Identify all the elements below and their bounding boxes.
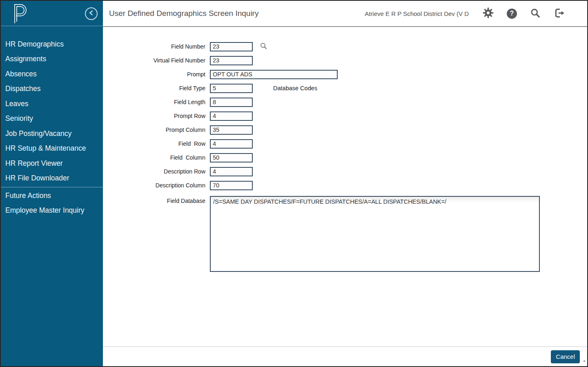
description-row-input[interactable] <box>210 167 253 176</box>
collapse-sidebar-button[interactable] <box>85 7 98 20</box>
demographics-form: Field Number Virtual Field Number Prompt <box>103 27 587 272</box>
main-content: Field Number Virtual Field Number Prompt <box>103 27 587 346</box>
form-row: Field Length <box>103 95 587 109</box>
sidebar-item-label: Assignments <box>5 55 46 63</box>
sidebar-item-label: Employee Master Inquiry <box>5 206 85 215</box>
field-database-textarea[interactable]: /S=SAME DAY DISPATCHES/F=FUTURE DISPATCH… <box>210 196 540 272</box>
form-row: Field Database /S=SAME DAY DISPATCHES/F=… <box>103 196 587 272</box>
form-row: Field Row <box>103 137 587 151</box>
app-window: HR Demographics Assignments Absences Dis… <box>0 0 588 367</box>
form-row: Virtual Field Number <box>103 53 587 67</box>
virtual-field-number-input[interactable] <box>210 56 253 65</box>
prompt-input[interactable] <box>210 70 338 79</box>
sidebar-item-label: Absences <box>5 70 37 78</box>
form-row: Description Column <box>103 178 587 192</box>
field-length-label: Field Length <box>103 99 205 105</box>
sidebar-item-hr-file-downloader[interactable]: HR File Downloader <box>1 171 103 186</box>
sign-out-button[interactable] <box>554 8 565 20</box>
help-button[interactable]: ? <box>507 9 517 19</box>
field-column-input[interactable] <box>210 153 253 162</box>
sidebar-item-hr-setup-maintenance[interactable]: HR Setup & Maintenance <box>1 141 103 156</box>
sidebar-item-label: HR File Downloader <box>5 174 69 182</box>
sidebar-item-future-actions[interactable]: Future Actions <box>1 188 103 203</box>
form-row: Field Number <box>103 40 587 53</box>
sidebar-item-label: HR Setup & Maintenance <box>5 144 86 153</box>
field-length-input[interactable] <box>210 98 253 107</box>
settings-button[interactable] <box>483 7 494 20</box>
field-database-label: Field Database <box>103 196 205 204</box>
stray-mark <box>584 360 585 362</box>
field-row-input[interactable] <box>210 139 253 149</box>
page-header: User Defined Demographics Screen Inquiry… <box>103 1 587 27</box>
cancel-button[interactable]: Cancel <box>551 350 580 363</box>
search-icon <box>530 8 541 20</box>
help-icon: ? <box>507 9 517 19</box>
search-button[interactable] <box>530 8 541 20</box>
sidebar-item-label: Job Posting/Vacancy <box>5 129 71 138</box>
sidebar-item-leaves[interactable]: Leaves <box>1 96 103 111</box>
field-number-lookup-button[interactable] <box>260 42 267 51</box>
header-actions: Atrieve E R P School District Dev (V D <box>365 7 587 20</box>
powerschool-logo-icon <box>12 3 27 26</box>
form-row: Field Type Database Codes <box>103 81 587 95</box>
sidebar-item-dispatches[interactable]: Dispatches <box>1 82 103 97</box>
footer-bar: Cancel <box>103 346 587 366</box>
prompt-label: Prompt <box>103 71 205 78</box>
sidebar: HR Demographics Assignments Absences Dis… <box>1 1 103 366</box>
sidebar-divider <box>1 187 103 187</box>
sidebar-item-label: Leaves <box>5 100 28 108</box>
virtual-field-number-label: Virtual Field Number <box>103 57 205 64</box>
chevron-left-icon <box>89 10 94 18</box>
form-row: Description Row <box>103 165 587 178</box>
form-row: Prompt Row <box>103 109 587 123</box>
field-number-label: Field Number <box>103 43 205 50</box>
description-column-input[interactable] <box>210 181 253 190</box>
prompt-row-label: Prompt Row <box>103 113 205 119</box>
sidebar-item-label: Dispatches <box>5 85 41 93</box>
sidebar-item-seniority[interactable]: Seniority <box>1 111 103 127</box>
magnifier-icon <box>260 42 267 51</box>
sign-out-icon <box>554 8 565 20</box>
sidebar-item-hr-demographics[interactable]: HR Demographics <box>1 37 103 52</box>
form-row: Prompt <box>103 67 587 81</box>
form-row: Prompt Column <box>103 123 587 137</box>
sidebar-item-hr-report-viewer[interactable]: HR Report Viewer <box>1 156 103 171</box>
sidebar-item-label: Future Actions <box>5 191 51 200</box>
prompt-column-label: Prompt Column <box>103 127 205 133</box>
field-type-input[interactable] <box>210 84 253 93</box>
field-number-input[interactable] <box>210 42 253 51</box>
prompt-column-input[interactable] <box>210 125 253 135</box>
field-type-label: Field Type <box>103 85 205 91</box>
form-row: Field Column <box>103 151 587 165</box>
sidebar-item-label: HR Demographics <box>5 40 64 49</box>
field-column-label: Field Column <box>103 154 205 161</box>
database-codes-note: Database Codes <box>273 85 317 91</box>
sidebar-item-assignments[interactable]: Assignments <box>1 52 103 67</box>
sidebar-item-label: HR Report Viewer <box>5 159 63 168</box>
page-title: User Defined Demographics Screen Inquiry <box>109 9 258 18</box>
prompt-row-input[interactable] <box>210 111 253 121</box>
sidebar-item-job-posting-vacancy[interactable]: Job Posting/Vacancy <box>1 126 103 141</box>
field-row-label: Field Row <box>103 140 205 147</box>
sidebar-item-employee-master-inquiry[interactable]: Employee Master Inquiry <box>1 203 103 218</box>
sidebar-item-label: Seniority <box>5 114 33 123</box>
sidebar-item-absences[interactable]: Absences <box>1 67 103 82</box>
gear-icon <box>483 7 494 20</box>
environment-label: Atrieve E R P School District Dev (V D <box>365 10 469 17</box>
sidebar-nav: HR Demographics Assignments Absences Dis… <box>1 26 103 218</box>
description-row-label: Description Row <box>103 168 205 175</box>
sidebar-header <box>1 1 103 26</box>
description-column-label: Description Column <box>103 182 205 189</box>
